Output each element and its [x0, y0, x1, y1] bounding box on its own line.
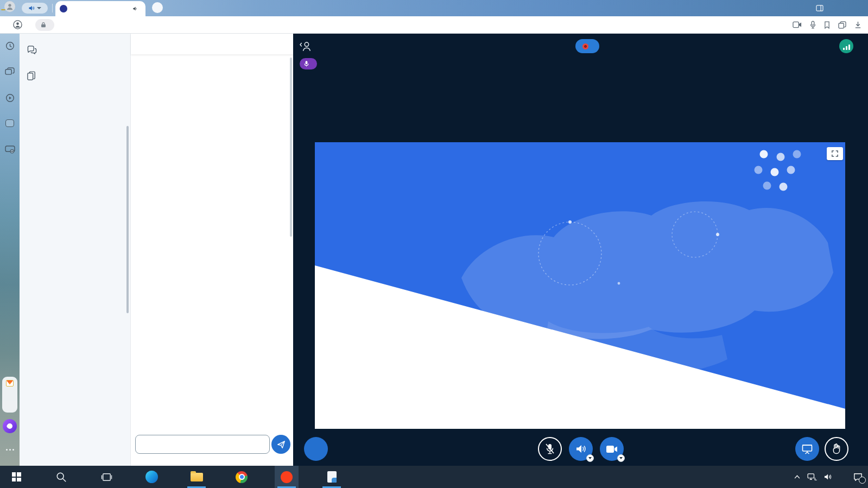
video-icon[interactable]: [0, 93, 20, 103]
bbb-favicon: [60, 5, 67, 12]
taskbar: [0, 466, 868, 488]
system-tray: [794, 466, 868, 488]
browser-toolbar: [0, 16, 868, 34]
speaker-icon: [28, 5, 35, 11]
tray-expand-icon[interactable]: [794, 475, 800, 479]
address-bar[interactable]: [35, 19, 54, 31]
messenger-badge-icon[interactable]: [0, 119, 20, 127]
bbb-sidebar: [20, 34, 130, 466]
record-dot-icon: [582, 43, 588, 49]
network-icon[interactable]: [807, 473, 817, 481]
recording-indicator[interactable]: [575, 39, 599, 53]
browser-tab-bar: [0, 0, 868, 16]
presentation-slide: [315, 142, 845, 429]
browser-side-strip: [0, 34, 20, 466]
chat-message-list: [131, 56, 289, 413]
screencast-icon[interactable]: [0, 145, 20, 154]
person-icon: [6, 3, 14, 10]
action-bar: [293, 437, 868, 461]
slide-fullscreen-button[interactable]: [827, 147, 843, 160]
start-button[interactable]: [4, 466, 28, 488]
chat-panel: [130, 34, 293, 466]
audio-button[interactable]: [569, 437, 593, 461]
chat-header: [131, 34, 293, 54]
chat-bubbles-icon: [27, 46, 37, 54]
presentation-icon: [802, 444, 813, 454]
mic-permission-icon[interactable]: [810, 21, 816, 29]
notifications-icon[interactable]: [853, 473, 863, 481]
connection-status-icon[interactable]: [839, 39, 853, 53]
history-icon[interactable]: [0, 41, 20, 50]
download-icon[interactable]: [854, 21, 861, 29]
chrome-icon[interactable]: [230, 466, 254, 488]
divider: [52, 4, 53, 12]
audio-options-badge[interactable]: [586, 454, 594, 462]
sidebar-item-shared-notes[interactable]: [20, 66, 130, 86]
taskbar-search-icon[interactable]: [49, 466, 73, 488]
task-view-icon[interactable]: [94, 466, 118, 488]
mic-icon: [304, 60, 309, 67]
toggle-userlist-button[interactable]: [300, 41, 313, 52]
actions-plus-button[interactable]: [304, 437, 328, 461]
sidebar-item-public-chat[interactable]: [20, 41, 130, 59]
typing-indicator: [136, 458, 138, 464]
send-message-button[interactable]: [271, 435, 290, 454]
webcam-on-icon: [606, 445, 618, 453]
alice-assistant-icon[interactable]: [3, 419, 17, 433]
strip-apps-panel: [2, 377, 17, 413]
tab-audio-control[interactable]: [22, 3, 48, 14]
bookmark-icon[interactable]: [824, 21, 830, 29]
send-icon: [277, 440, 286, 449]
hand-icon: [832, 443, 841, 454]
feed-icon[interactable]: [0, 67, 20, 75]
speaker-on-icon: [575, 444, 586, 454]
screen: [0, 0, 868, 488]
login-badge[interactable]: [1, 9, 5, 10]
lock-icon: [41, 22, 46, 28]
webcam-options-badge[interactable]: [617, 454, 625, 462]
tab-bigbluebutton[interactable]: [55, 1, 145, 16]
file-explorer-icon[interactable]: [185, 466, 208, 488]
edge-icon[interactable]: [140, 466, 163, 488]
browser-profile-avatar[interactable]: [4, 1, 15, 12]
slide-blue-wedge: [315, 142, 845, 429]
chat-scrollbar[interactable]: [290, 58, 292, 237]
users-scrollbar[interactable]: [126, 126, 129, 313]
more-options-icon[interactable]: [0, 449, 20, 451]
talking-indicator[interactable]: [300, 58, 317, 69]
camera-permission-icon[interactable]: [793, 21, 802, 28]
mail-icon[interactable]: [6, 380, 14, 386]
russia-map-decoration: [315, 142, 845, 429]
raise-hand-button[interactable]: [825, 437, 848, 461]
restore-presentation-button[interactable]: [795, 437, 819, 461]
bbb-main-area: [293, 34, 868, 466]
notification-count-badge: [859, 477, 866, 484]
collections-icon[interactable]: [838, 21, 846, 29]
tab-audio-icon[interactable]: [132, 6, 138, 11]
notes-app-icon[interactable]: [320, 466, 344, 488]
mic-muted-icon: [544, 443, 555, 455]
volume-icon[interactable]: [824, 473, 832, 480]
webcam-button[interactable]: [600, 437, 624, 461]
side-panel-icon[interactable]: [816, 5, 823, 11]
chevron-down-icon: [37, 7, 41, 9]
yandex-browser-icon[interactable]: [275, 466, 299, 488]
profile-icon[interactable]: [13, 20, 22, 29]
new-tab-button[interactable]: [152, 2, 163, 13]
chat-message-input[interactable]: [135, 435, 270, 454]
mute-button[interactable]: [538, 437, 562, 461]
notes-icon: [27, 71, 36, 81]
